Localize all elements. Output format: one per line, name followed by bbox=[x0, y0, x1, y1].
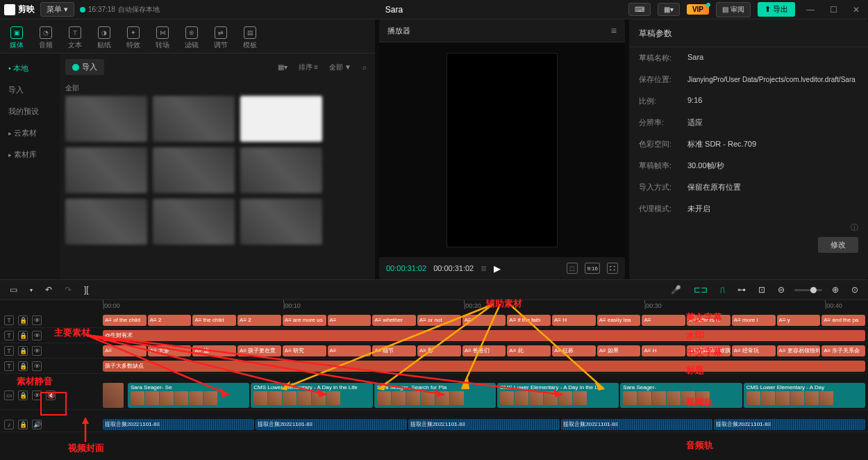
subtitle-clip[interactable]: A≡ if the fath bbox=[507, 315, 551, 326]
timeline-track[interactable]: T🔒👁孩子大多数缺点 bbox=[0, 359, 868, 374]
sidebar-item[interactable]: 云素材 bbox=[0, 122, 60, 144]
subtitle-clip[interactable]: A≡ bbox=[103, 345, 147, 356]
subtitle-clip[interactable]: A≡ H bbox=[642, 345, 685, 356]
audio-clip[interactable]: 提取音频20221101-88 bbox=[408, 419, 560, 430]
sound-icon[interactable]: 🔊 bbox=[32, 420, 42, 429]
zoom-slider[interactable] bbox=[794, 289, 822, 291]
link-icon[interactable]: ⎍ bbox=[717, 284, 728, 296]
timeline-track[interactable]: ♪🔒🔊提取音频20221101-88提取音频20221101-88提取音频202… bbox=[0, 417, 868, 432]
video-clip[interactable]: Sara Seager- Se bbox=[128, 383, 249, 408]
media-thumb[interactable] bbox=[153, 199, 235, 245]
media-thumb[interactable] bbox=[240, 199, 322, 245]
category-tab-转场[interactable]: ⋈转场 bbox=[149, 24, 176, 53]
select-tool[interactable]: ▭ bbox=[7, 284, 20, 296]
subtitle-clip[interactable]: A≡ bbox=[328, 345, 372, 356]
subtitle-clip[interactable]: A≡ 更容易领悟到 bbox=[777, 345, 821, 356]
video-clip[interactable]: CMS Lower Elementary - A Day bbox=[744, 383, 865, 408]
text-icon[interactable]: T bbox=[4, 315, 14, 325]
category-tab-特效[interactable]: ✦特效 bbox=[119, 24, 147, 53]
lock-icon[interactable]: 🔒 bbox=[18, 391, 28, 400]
lock-icon[interactable]: 🔒 bbox=[18, 420, 28, 429]
filter-button[interactable]: 全部 ▼ bbox=[326, 61, 354, 74]
subtitle-clip[interactable]: A≡ bbox=[642, 315, 685, 326]
lock-icon[interactable]: 🔒 bbox=[18, 331, 28, 340]
text-icon[interactable]: T bbox=[4, 331, 14, 340]
play-button[interactable]: ▶ bbox=[494, 263, 501, 274]
fit-icon[interactable]: ⊙ bbox=[849, 284, 861, 296]
subtitle-clip[interactable]: A≡ y bbox=[777, 315, 821, 326]
subtitle-clip[interactable]: A≡ 此 bbox=[507, 345, 551, 356]
media-thumb[interactable] bbox=[153, 147, 235, 193]
list-icon[interactable]: ≣ bbox=[481, 264, 487, 273]
crop-icon[interactable]: ⬚ bbox=[567, 263, 578, 274]
maximize-icon[interactable]: ☐ bbox=[826, 5, 842, 15]
undo-button[interactable]: ↶ bbox=[42, 284, 55, 296]
video-clip[interactable]: Sara Seager- bbox=[620, 383, 742, 408]
time-ruler[interactable]: |00:00|00:10|00:20|00:30|00:40 bbox=[0, 300, 868, 313]
subtitle-clip[interactable]: A≡ 亲子关系会 bbox=[821, 345, 865, 356]
text-icon[interactable]: T bbox=[4, 361, 14, 371]
eye-icon[interactable]: 👁 bbox=[32, 331, 42, 340]
video-clip[interactable]: CMS Lower Elementary - A Day in the Lif bbox=[497, 383, 619, 408]
video-icon[interactable]: ▭ bbox=[4, 391, 14, 400]
track-content[interactable]: @生财有术 bbox=[103, 328, 868, 343]
sidebar-item[interactable]: 导入 bbox=[0, 79, 60, 101]
category-tab-文本[interactable]: T文本 bbox=[61, 24, 89, 53]
zoom-out-icon[interactable]: ⊖ bbox=[775, 284, 787, 296]
subtitle-clip[interactable]: A≡ 大多 bbox=[148, 345, 192, 356]
watermark-clip[interactable]: @生财有术 bbox=[103, 330, 865, 341]
lock-icon[interactable]: 🔒 bbox=[18, 315, 28, 325]
minimize-icon[interactable]: — bbox=[802, 5, 819, 15]
sidebar-item[interactable]: 我的预设 bbox=[0, 101, 60, 122]
fullscreen-icon[interactable]: ⛶ bbox=[607, 263, 618, 274]
subtitle-clip[interactable]: A≡ 这 bbox=[192, 345, 236, 356]
mic-icon[interactable]: 🎤 bbox=[668, 284, 684, 296]
category-tab-滤镜[interactable]: ⊛滤镜 bbox=[178, 24, 206, 53]
audio-clip[interactable]: 提取音频20221101-88 bbox=[561, 419, 712, 430]
subtitle-clip[interactable]: A≡ fathers w bbox=[687, 315, 731, 326]
preview-icon[interactable]: ⊡ bbox=[756, 284, 768, 296]
sidebar-item[interactable]: 素材库 bbox=[0, 144, 60, 165]
snap-icon[interactable]: ⊶ bbox=[735, 284, 749, 296]
redo-button[interactable]: ↷ bbox=[62, 284, 74, 296]
cover-thumb[interactable] bbox=[103, 383, 124, 408]
subtitle-clip[interactable]: A≡ easily lea bbox=[597, 315, 641, 326]
subtitle-clip[interactable]: A≡ 细节 bbox=[372, 345, 416, 356]
category-tab-音频[interactable]: ◔音频 bbox=[32, 24, 60, 53]
modify-button[interactable]: 修改 bbox=[818, 237, 858, 253]
media-thumb[interactable] bbox=[65, 199, 147, 245]
subtitle-clip[interactable]: A≡ 2 bbox=[148, 315, 192, 326]
eye-icon[interactable]: 👁 bbox=[32, 346, 42, 356]
timeline[interactable]: |00:00|00:10|00:20|00:30|00:40 T🔒👁A≡ of … bbox=[0, 300, 868, 460]
ratio-badge[interactable]: 9:16 bbox=[585, 263, 600, 274]
timeline-track[interactable]: T🔒👁A≡A≡ 大多A≡ 这A≡ 孩子更在意A≡ 研究A≡A≡ 细节A≡ 影A≡… bbox=[0, 343, 868, 359]
magnet-icon[interactable]: ⊏⊐ bbox=[691, 284, 710, 296]
select-chevron[interactable]: ▾ bbox=[27, 286, 35, 295]
eye-icon[interactable]: 👁 bbox=[32, 315, 42, 325]
export-button[interactable]: ⬆ 导出 bbox=[758, 2, 795, 17]
subtitle-clip[interactable]: A≡ 2 bbox=[237, 315, 281, 326]
subtitle-clip[interactable]: A≡ bbox=[462, 315, 506, 326]
track-content[interactable]: Sara Seager- SeCMS Lower Elementary - A … bbox=[103, 381, 868, 409]
track-content[interactable]: 提取音频20221101-88提取音频20221101-88提取音频202211… bbox=[103, 417, 868, 432]
subtitle-clip[interactable]: A≡ H bbox=[552, 315, 596, 326]
sort-button[interactable]: 排序 ≡ bbox=[296, 61, 321, 74]
media-thumb[interactable] bbox=[65, 147, 147, 193]
layout-icon[interactable]: ▦▾ bbox=[658, 3, 680, 16]
video-clip[interactable]: Sara Seager- Search for Pla bbox=[374, 383, 496, 408]
subtitle-clip[interactable]: A≡ are more us bbox=[283, 315, 326, 326]
subtitle-clip[interactable]: A≡ 研究 bbox=[283, 345, 326, 356]
subtitle-clip[interactable]: A≡ 经常玩 bbox=[732, 345, 776, 356]
view-mode-button[interactable]: ▦▾ bbox=[275, 61, 290, 74]
search-icon[interactable]: ⌕ bbox=[360, 61, 369, 74]
media-thumb[interactable] bbox=[240, 96, 322, 142]
audio-icon[interactable]: ♪ bbox=[4, 420, 14, 429]
category-tab-模板[interactable]: ▤模板 bbox=[236, 24, 264, 53]
audio-clip[interactable]: 提取音频20221101-88 bbox=[714, 419, 865, 430]
audio-clip[interactable]: 提取音频20221101-88 bbox=[103, 419, 254, 430]
subtitle-clip[interactable]: A≡ and the pa bbox=[821, 315, 865, 326]
media-thumb[interactable] bbox=[153, 96, 235, 142]
menu-button[interactable]: 菜单▾ bbox=[40, 2, 74, 17]
subtitle-clip[interactable]: A≡ the child bbox=[192, 315, 236, 326]
subtitle-clip[interactable]: A≡ 爸爸们 bbox=[462, 345, 506, 356]
